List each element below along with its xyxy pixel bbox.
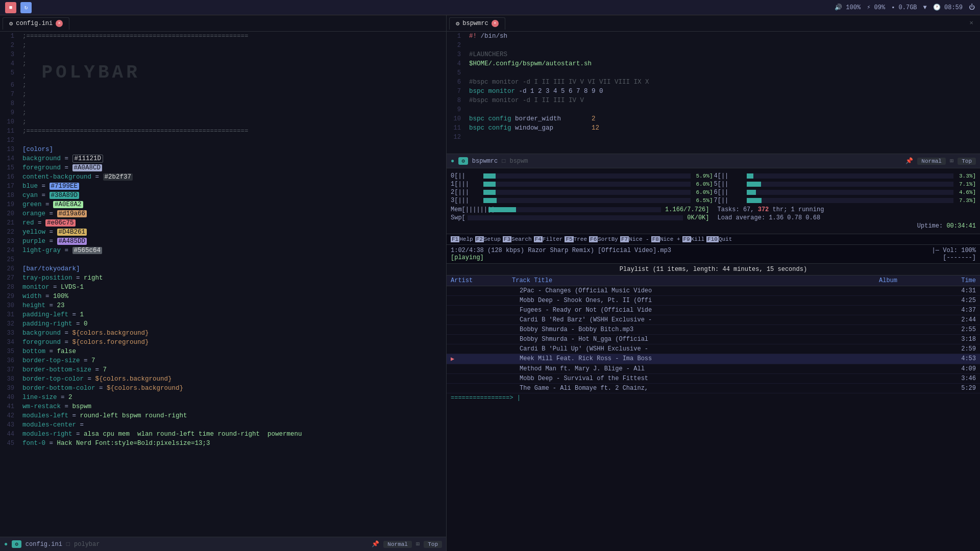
load15: 0.68 [805,214,820,221]
app-icon-2[interactable]: ↻ [20,2,32,13]
code-line: 4 $HOME/.config/bspwm/autostart.sh [447,59,980,68]
playlist-header: Playlist (11 items, length: 44 minutes, … [447,264,980,276]
battery-indicator: ⚡ 09% [867,4,885,11]
cpu-row-5: 5[|| 7.1%] [714,181,976,188]
playlist-item[interactable]: Bobby Shmurda - Bobby Bitch.mp3 2:55 [447,325,980,335]
code-line: 9 [447,105,980,114]
code-line: 1 ;=====================================… [0,32,446,41]
code-line: 10 ; [0,117,446,127]
code-line: 43 modules-center = [0,420,446,430]
code-line: 32 padding-right = 0 [0,319,446,329]
code-line: 8 ; [0,99,446,108]
music-player-panel: 1:02/4:38 (128 kbps) Razor Sharp Remix) … [447,245,980,551]
f6-sortby[interactable]: F6SortBy [589,236,618,242]
playlist-item[interactable]: Cardi B 'Red Barz' (WSHH Exclusive - 2:4… [447,315,980,325]
right-editor-content[interactable]: 1 #! /bin/sh 2 3 #LAUNCHERS 4 $HOME/.con… [447,32,980,154]
swp-load-rows: Swp[ 0K/0K] Load average: 1.36 0.78 0.68 [451,214,976,221]
folder-status: □ [66,541,70,548]
playlist-item[interactable]: Mobb Deep - Shook Ones, Pt. II (Offi 4:2… [447,296,980,306]
tab-close-right[interactable]: × [492,20,499,27]
code-line: 11 ;====================================… [0,127,446,136]
code-line-polybar: 5 ; POLYBAR [0,68,446,81]
load1: 1.36 [769,214,783,221]
tab-close-button[interactable]: × [56,20,63,27]
memory-indicator: ▪ 0.7GB [891,4,917,11]
code-line: 8 #bspc monitor -d I II III IV V [447,96,980,105]
music-vol: |— Vol: 100% [932,247,976,254]
code-line: 29 width = 100% [0,292,446,301]
left-tab-bar: ⚙ config.ini × [0,15,446,32]
f10-quit[interactable]: F10Quit [706,236,732,242]
folder-name-right: bspwm [509,158,528,165]
tab-icon: ⚙ [9,20,13,28]
git-badge-right: ⚙ [458,157,468,165]
playlist-item[interactable]: 2Pac - Changes (Official Music Video 4:3… [447,286,980,296]
f3-search[interactable]: F3Search [503,236,532,242]
status-bar-left: ● ⚙ config.ini □ polybar 📌 Normal ⊞ Top [0,537,446,551]
code-line: 10 bspc config border_width 2 [447,114,980,123]
code-line: 6 ; [0,81,446,90]
cpu-row-6: 6[|| 4.6%] [714,189,976,196]
cpu-row-4: 4[|| 3.3%] [714,172,976,180]
music-progress: [-------] [943,254,976,261]
code-line: 2 [447,41,980,50]
volume-indicator: 🔊 100% [835,4,861,11]
code-line: 28 monitor = LVDS-1 [0,283,446,292]
code-line: 6 #bspc monitor -d I II III IV V VI VII … [447,78,980,87]
filename-right: bspwmrc [472,158,498,165]
code-line: 20 orange = #d19a66 [0,209,446,218]
playlist-item[interactable]: Fugees - Ready or Not (Official Vide 4:3… [447,306,980,315]
cpu-row-2: 2[||| 6.0%] [451,189,713,196]
power-button[interactable]: ⏻ [969,4,975,11]
code-line: 3 #LAUNCHERS [447,50,980,59]
code-line: 37 border-bottom-size = 7 [0,365,446,374]
playlist-item[interactable]: Method Man ft. Mary J. Blige - All 4:09 [447,364,980,374]
git-badge: ⚙ [12,540,21,548]
folder-name: polybar [74,541,100,548]
playlist-item[interactable]: Cardi B 'Pull Up' (WSHH Exclusive - 2:59 [447,344,980,354]
folder-icon-right: □ [502,158,505,165]
cpu-row-7: 7[|| 7.3%] [714,197,976,204]
system-topbar: ■ ↻ 🔊 100% ⚡ 09% ▪ 0.7GB ▼ 🕐 08:59 ⏻ [0,0,980,15]
code-line: 26 [bar/tokyodark] [0,264,446,273]
f5-tree[interactable]: F5Tree [565,236,587,242]
right-tab-bar: ⚙ bspwmrc × × [447,15,980,32]
music-time: 1:02/4:38 (128 kbps) Razor Sharp Remix) … [451,247,671,254]
tab-config-ini[interactable]: ⚙ config.ini × [3,17,69,30]
mem-row: Mem[|||||||| 1.166/7.726] [451,206,709,213]
cpu-row-3: 3[||| 6.5%] [451,197,713,204]
f8-nice-plus[interactable]: F8Nice + [651,236,680,242]
status-bar-right: ● ⚙ bspwmrc □ bspwm 📌 Normal ⊞ Top [447,154,980,168]
code-line: 13 [colors] [0,145,446,154]
music-status-bar: 1:02/4:38 (128 kbps) Razor Sharp Remix) … [447,245,980,264]
code-line: 25 [0,255,446,264]
code-line: 34 foreground = ${colors.foreground} [0,338,446,347]
playlist-item[interactable]: Mobb Deep - Survival of the Fittest 3:46 [447,374,980,384]
playlist-item[interactable]: Bobby Shmurda - Hot N_gga (Official 3:18 [447,335,980,344]
code-line: 24 light-gray = #565c64 [0,246,446,255]
code-line: 16 content-background = #2b2f37 [0,172,446,182]
code-line: 11 bspc config window_gap 12 [447,123,980,133]
code-line: 7 bspc monitor -d 1 2 3 4 5 6 7 8 9 0 [447,87,980,96]
f9-kill[interactable]: F9Kill [682,236,705,242]
f7-nice-minus[interactable]: F7Nice - [620,236,649,242]
editor-content-left[interactable]: 1 ;=====================================… [0,32,446,537]
code-line: 3 ; [0,50,446,59]
close-icon-right[interactable]: × [965,19,977,27]
f1-help[interactable]: F1Help [451,236,473,242]
mode-badge: Normal [383,541,412,548]
playlist-item-active[interactable]: ▶ Meek Mill Feat. Rick Ross - Ima Boss 4… [447,354,980,364]
music-playing-status: [playing] [451,254,484,261]
playlist-item[interactable]: The Game - Ali Bomaye ft. 2 Chainz, 5:29 [447,384,980,393]
code-line: 21 red = #e06c75 [0,218,446,228]
f2-setup[interactable]: F2Setup [475,236,501,242]
code-line: 18 cyan = #38A89D [0,191,446,200]
code-line: 41 wm-restack = bspwm [0,402,446,411]
app-icon-1[interactable]: ■ [5,2,16,13]
pin-icon-right: 📌 [905,157,913,165]
status-icon: ● [4,541,8,548]
tab-bspwmrc[interactable]: ⚙ bspwmrc × [449,17,505,30]
code-line: 23 purple = #A485DD [0,237,446,246]
code-line: 38 border-top-color = ${colors.backgroun… [0,374,446,384]
f4-filter[interactable]: F4Filter [534,236,563,242]
